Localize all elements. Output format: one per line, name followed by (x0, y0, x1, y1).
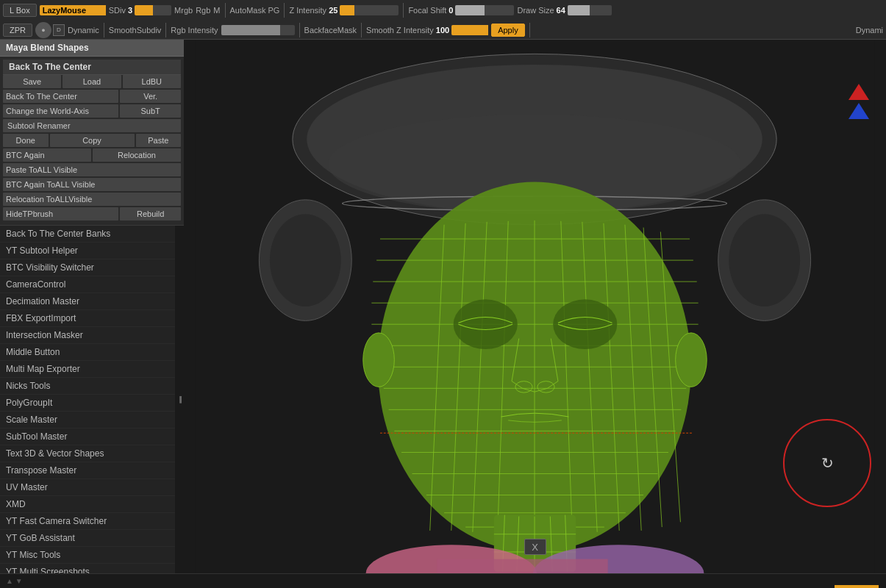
btcagain-button[interactable]: BTC Again (3, 148, 91, 162)
dyn-right-label: Dynami (856, 26, 883, 35)
focal-shift-slider[interactable] (455, 5, 514, 15)
apply-button[interactable]: Apply (491, 24, 525, 37)
ver-button[interactable]: Ver. (120, 90, 181, 103)
z-intensity-value: 25 (329, 6, 337, 15)
plugin-list-item[interactable]: Transpose Master (0, 462, 175, 479)
panel-title: Maya Blend Shapes (0, 40, 184, 57)
focal-shift-label: Focal Shift (408, 6, 446, 15)
mrgb-label[interactable]: Mrgb (174, 6, 193, 15)
svg-point-36 (454, 299, 518, 349)
rgb-intensity-slider[interactable] (221, 25, 295, 35)
plugin-list-item[interactable]: BTC Visibility Switcher (0, 259, 175, 276)
plugin-list-item[interactable]: Multi Map Exporter (0, 361, 175, 378)
save-button[interactable]: Save (3, 75, 61, 88)
divider2 (284, 3, 285, 18)
rebuild-button[interactable]: Rebuild (120, 207, 181, 220)
smooth-z-slider[interactable] (451, 25, 488, 35)
sdiv-group: SDiv 3 (109, 5, 171, 15)
rotate-circle[interactable]: ↻ (783, 419, 871, 507)
plugin-list-item[interactable]: YT Misc Tools (0, 547, 175, 564)
ldbu-button[interactable]: LdBU (123, 75, 181, 88)
nav-gizmo (838, 84, 879, 157)
divider4 (104, 23, 104, 37)
lazy-mouse-slider[interactable]: LazyMouse (40, 5, 106, 15)
btc-ver-row: Back To The Center Ver. (3, 90, 181, 103)
relocation-toall-row: Relocation ToALLVisible (3, 193, 181, 206)
automask-label[interactable]: AutoMask PG (230, 6, 280, 15)
plugin-list-wrapper: Back To The Center BanksYT Subtool Helpe… (0, 226, 184, 573)
plugin-list-item[interactable]: Intersection Masker (0, 327, 175, 344)
plugin-list-item[interactable]: FBX ExportImport (0, 310, 175, 327)
z-intensity-slider[interactable] (340, 5, 399, 15)
plugin-list-item[interactable]: Scale Master (0, 412, 175, 429)
smooth-subdiv-label[interactable]: SmoothSubdiv (109, 26, 162, 35)
nav-red-arrow (849, 84, 869, 100)
zpr-button[interactable]: ZPR (3, 24, 32, 37)
subtool-renamer-button[interactable]: Subtool Renamer (3, 119, 181, 132)
plugin-list-item[interactable]: Nicks Tools (0, 378, 175, 395)
subt-button[interactable]: SubT (120, 104, 181, 118)
m-label[interactable]: M (213, 6, 220, 15)
plugin-list-item[interactable]: SubTool Master (0, 429, 175, 445)
viewport-canvas[interactable] (184, 40, 886, 573)
changeworld-row: Change the World-Axis SubT (3, 104, 181, 118)
svg-point-8 (729, 214, 800, 306)
plugin-list-item[interactable]: YT Subtool Helper (0, 243, 175, 259)
main-area: Maya Blend Shapes Back To The Center Sav… (0, 40, 886, 573)
draw-size-value: 64 (557, 6, 565, 15)
svg-point-37 (553, 299, 617, 349)
plugin-list-item[interactable]: Text 3D & Vector Shapes (0, 445, 175, 462)
btcagain-toall-button[interactable]: BTC Again ToALL Visible (3, 178, 181, 191)
smooth-z-label: Smooth Z Intensity (366, 26, 434, 35)
close-button[interactable]: X (524, 539, 546, 555)
save-load-row: Save Load LdBU (3, 75, 181, 88)
rgb-label[interactable]: Rgb (196, 6, 210, 15)
divider7 (361, 23, 362, 37)
changeworld-button[interactable]: Change the World-Axis (3, 104, 118, 118)
status-text: ▲ ▼ (6, 577, 23, 585)
plugin-list-item[interactable]: Middle Button (0, 344, 175, 361)
hidetp-button[interactable]: HideTPbrush (3, 207, 118, 220)
hidetp-rebuild-row: HideTPbrush Rebuild (3, 207, 181, 220)
svg-point-53 (676, 333, 707, 387)
plugin-list: Back To The Center BanksYT Subtool Helpe… (0, 226, 175, 573)
toolbar-row1: L Box LazyMouse SDiv 3 Mrgb Rgb M AutoMa… (0, 0, 886, 21)
focal-shift-group: Focal Shift 0 (408, 5, 514, 15)
backtocenter-button[interactable]: Back To The Center (3, 90, 118, 103)
plugin-list-item[interactable]: Decimation Master (0, 293, 175, 310)
done-button[interactable]: Done (3, 134, 49, 147)
zpr-d-icon[interactable]: D (53, 24, 65, 36)
divider3 (403, 3, 404, 18)
zpr-circle-icon[interactable]: ● (35, 22, 51, 38)
plugin-list-item[interactable]: YT GoB Assistant (0, 530, 175, 547)
bottom-bar: ▲ ▼ (0, 573, 886, 588)
draw-size-indicator-bar (835, 585, 879, 588)
rotate-icon: ↻ (821, 454, 834, 472)
sdiv-slider[interactable] (135, 5, 171, 15)
plugin-title[interactable]: Back To The Center (3, 60, 181, 75)
backface-mask-label[interactable]: BackfaceMask (304, 26, 357, 35)
copy-button[interactable]: Copy (50, 134, 135, 147)
load-button[interactable]: Load (62, 75, 121, 88)
plugin-list-item[interactable]: Back To The Center Banks (0, 226, 175, 243)
plugin-list-item[interactable]: PolyGroupIt (0, 395, 175, 412)
dynamic-label[interactable]: Dynamic (68, 26, 99, 35)
lazy-mouse-label: LazyMouse (43, 6, 86, 15)
plugin-list-item[interactable]: CameraControl (0, 276, 175, 293)
draw-size-group: Draw Size 64 (517, 5, 616, 15)
lbox-button[interactable]: L Box (3, 4, 37, 17)
paste-toall-row: Paste ToALL Visible (3, 163, 181, 176)
relocation-button[interactable]: Relocation (93, 148, 181, 162)
paste-toall-button[interactable]: Paste ToALL Visible (3, 163, 181, 176)
draw-size-slider[interactable] (568, 5, 612, 15)
plugin-list-item[interactable]: XMD (0, 496, 175, 513)
plugin-list-item[interactable]: YT Fast Camera Switcher (0, 513, 175, 530)
plugin-list-item[interactable]: UV Master (0, 479, 175, 496)
relocation-toall-button[interactable]: Relocation ToALLVisible (3, 193, 181, 206)
btcagain-toall-row: BTC Again ToALL Visible (3, 178, 181, 191)
plugin-list-item[interactable]: YT Multi Screenshots (0, 564, 175, 573)
list-scroll-bar[interactable]: ▐ (175, 226, 184, 573)
paste-button[interactable]: Paste (136, 134, 182, 147)
sdiv-value: 3 (128, 6, 132, 15)
done-copy-paste-row: Done Copy Paste (3, 134, 181, 147)
